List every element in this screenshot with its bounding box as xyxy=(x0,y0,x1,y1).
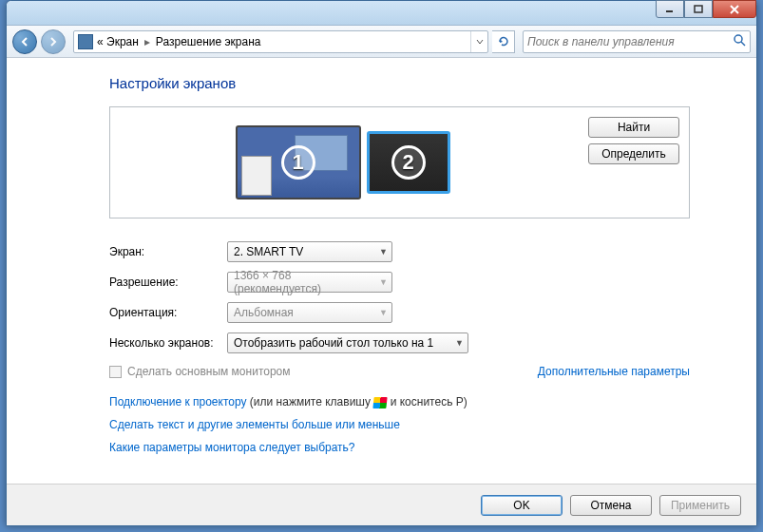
main-display-row: Сделать основным монитором Дополнительны… xyxy=(109,365,690,378)
projector-link-row: Подключение к проектору (или нажмите кла… xyxy=(109,395,690,408)
breadcrumb-parent[interactable]: « Экран xyxy=(95,35,141,48)
navbar: « Экран ▸ Разрешение экрана xyxy=(7,26,756,58)
minimize-button[interactable] xyxy=(656,0,684,18)
multiple-displays-value: Отобразить рабочий стол только на 1 xyxy=(234,336,433,350)
maximize-button[interactable] xyxy=(684,0,713,18)
window-controls xyxy=(656,0,756,18)
multiple-displays-label: Несколько экранов: xyxy=(109,336,227,350)
resolution-select: 1366 × 768 (рекомендуется) ▼ xyxy=(227,272,392,293)
search-input[interactable] xyxy=(527,35,733,48)
advanced-settings-link[interactable]: Дополнительные параметры xyxy=(538,365,690,378)
resolution-label: Разрешение: xyxy=(109,276,227,289)
monitor-number: 1 xyxy=(281,145,315,180)
apply-button: Применить xyxy=(659,495,741,516)
chevron-down-icon: ▼ xyxy=(379,247,388,256)
page-title: Настройки экранов xyxy=(109,75,690,91)
control-panel-window: « Экран ▸ Разрешение экрана Настройки эк… xyxy=(6,0,757,526)
titlebar xyxy=(7,1,756,26)
chevron-right-icon: ▸ xyxy=(143,35,152,48)
refresh-button[interactable] xyxy=(492,30,515,53)
orientation-row: Ориентация: Альбомная ▼ xyxy=(109,302,690,323)
address-bar[interactable]: « Экран ▸ Разрешение экрана xyxy=(73,30,488,53)
identify-button[interactable]: Определить xyxy=(588,143,679,164)
display-icon xyxy=(78,34,93,49)
text-size-link[interactable]: Сделать текст и другие элементы больше и… xyxy=(109,418,400,431)
preview-buttons: Найти Определить xyxy=(588,117,679,164)
svg-rect-1 xyxy=(695,6,702,12)
monitor-arrangement[interactable]: 1 2 xyxy=(110,125,575,200)
multiple-displays-select[interactable]: Отобразить рабочий стол только на 1 ▼ xyxy=(227,332,468,353)
chevron-down-icon: ▼ xyxy=(379,277,388,287)
monitor-number: 2 xyxy=(391,145,426,180)
svg-line-3 xyxy=(741,42,745,46)
display-label: Экран: xyxy=(109,245,227,258)
main-display-label: Сделать основным монитором xyxy=(127,365,291,378)
monitor-1[interactable]: 1 xyxy=(236,125,361,200)
display-select[interactable]: 2. SMART TV ▼ xyxy=(227,241,392,262)
resolution-row: Разрешение: 1366 × 768 (рекомендуется) ▼ xyxy=(109,272,690,293)
resolution-value: 1366 × 768 (рекомендуется) xyxy=(234,269,379,295)
monitor-2[interactable]: 2 xyxy=(367,131,450,194)
dialog-footer: OK Отмена Применить xyxy=(7,484,756,525)
display-row: Экран: 2. SMART TV ▼ xyxy=(109,241,690,262)
ok-button[interactable]: OK xyxy=(481,495,563,516)
address-dropdown[interactable] xyxy=(470,31,487,52)
monitor-1-window-decoration xyxy=(241,156,272,196)
back-button[interactable] xyxy=(12,29,37,54)
display-value: 2. SMART TV xyxy=(234,245,303,258)
orientation-value: Альбомная xyxy=(234,306,294,319)
text-size-link-row: Сделать текст и другие элементы больше и… xyxy=(109,418,690,431)
windows-key-icon xyxy=(373,397,387,408)
svg-point-2 xyxy=(734,35,742,43)
which-settings-link-row: Какие параметры монитора следует выбрать… xyxy=(109,441,690,454)
monitor-preview-area: 1 2 Найти Определить xyxy=(109,106,690,218)
breadcrumb[interactable]: « Экран ▸ Разрешение экрана xyxy=(74,31,470,52)
detect-button[interactable]: Найти xyxy=(588,117,679,138)
multiple-displays-row: Несколько экранов: Отобразить рабочий ст… xyxy=(109,332,690,353)
orientation-select: Альбомная ▼ xyxy=(227,302,392,323)
main-display-checkbox xyxy=(109,366,122,378)
content-area: Настройки экранов 1 2 Найти Определить Э… xyxy=(7,58,756,484)
connect-projector-link[interactable]: Подключение к проектору xyxy=(109,395,247,408)
forward-button[interactable] xyxy=(41,29,66,54)
which-settings-link[interactable]: Какие параметры монитора следует выбрать… xyxy=(109,441,355,454)
orientation-label: Ориентация: xyxy=(109,306,227,319)
search-box[interactable] xyxy=(523,30,751,53)
chevron-down-icon: ▼ xyxy=(379,308,388,317)
close-button[interactable] xyxy=(713,0,756,18)
search-icon[interactable] xyxy=(733,33,746,49)
projector-hint: (или нажмите клавишу и коснитесь P) xyxy=(250,395,467,408)
breadcrumb-current[interactable]: Разрешение экрана xyxy=(154,35,263,48)
cancel-button[interactable]: Отмена xyxy=(570,495,652,516)
chevron-down-icon: ▼ xyxy=(455,338,464,348)
